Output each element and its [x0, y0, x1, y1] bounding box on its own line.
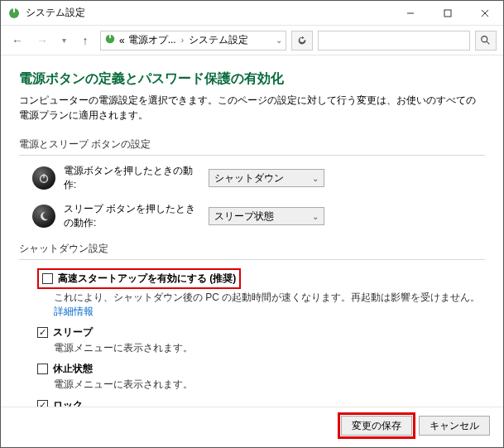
svg-rect-3 [444, 10, 451, 17]
close-button[interactable] [466, 1, 503, 26]
recent-dropdown[interactable]: ▾ [57, 31, 70, 51]
chevron-down-icon: ⌄ [312, 212, 319, 221]
hibernate-option-label: 休止状態 [53, 362, 93, 376]
title-bar: システム設定 [1, 1, 503, 26]
sleep-option-label: スリープ [53, 325, 93, 340]
sleep-option-desc: 電源メニューに表示されます。 [37, 341, 485, 355]
svg-rect-1 [13, 8, 15, 12]
fast-startup-moreinfo-link[interactable]: 詳細情報 [54, 306, 94, 317]
highlight-fast-startup: 高速スタートアップを有効にする (推奨) [37, 268, 241, 289]
sleep-checkbox[interactable] [37, 327, 48, 338]
search-button[interactable] [475, 31, 497, 51]
forward-button[interactable]: → [32, 31, 52, 51]
hibernate-checkbox[interactable] [37, 364, 48, 374]
address-bar: ← → ▾ ↑ « 電源オプ... › システム設定 ⌄ [1, 26, 503, 55]
svg-rect-7 [109, 35, 111, 38]
search-input[interactable] [318, 31, 470, 51]
hibernate-option: 休止状態 電源メニューに表示されます。 [19, 362, 485, 392]
app-icon [7, 7, 21, 20]
breadcrumb-part1[interactable]: 電源オプ... [128, 33, 176, 47]
breadcrumb-pre: « [119, 35, 125, 46]
power-button-select-value: シャットダウン [214, 171, 284, 185]
up-button[interactable]: ↑ [75, 31, 95, 51]
content-area: 電源ボタンの定義とパスワード保護の有効化 コンピューターの電源設定を選択できます… [1, 55, 503, 407]
fast-startup-checkbox[interactable] [42, 273, 53, 284]
breadcrumb-part2[interactable]: システム設定 [189, 33, 248, 47]
refresh-button[interactable] [291, 31, 313, 51]
sleep-button-select-value: スリープ状態 [214, 210, 274, 224]
svg-line-9 [487, 41, 490, 44]
breadcrumb[interactable]: « 電源オプ... › システム設定 ⌄ [100, 31, 286, 51]
sleep-button-action-row: スリープ ボタンを押したときの動作: スリープ状態 ⌄ [19, 202, 485, 230]
fast-startup-desc: これにより、シャットダウン後の PC の起動時間が速くなります。再起動は影響を受… [37, 291, 485, 319]
fast-startup-label: 高速スタートアップを有効にする (推奨) [58, 272, 236, 286]
app-icon-small [104, 33, 116, 47]
section-shutdown-label: シャットダウン設定 [19, 242, 485, 256]
fast-startup-option: 高速スタートアップを有効にする (推奨) これにより、シャットダウン後の PC … [19, 268, 485, 319]
sleep-button-select[interactable]: スリープ状態 ⌄ [209, 207, 324, 225]
page-description: コンピューターの電源設定を選択できます。このページの設定に対して行う変更は、お使… [19, 93, 485, 123]
power-button-label: 電源ボタンを押したときの動作: [64, 164, 200, 192]
section-power-buttons: 電源ボタンを押したときの動作: シャットダウン ⌄ スリープ ボタンを押したとき… [19, 155, 485, 230]
window-title: システム設定 [26, 6, 391, 20]
lock-checkbox[interactable] [37, 400, 48, 407]
lock-option-label: ロック [53, 398, 83, 407]
page-heading: 電源ボタンの定義とパスワード保護の有効化 [19, 70, 485, 88]
hibernate-option-desc: 電源メニューに表示されます。 [37, 378, 485, 392]
cancel-button[interactable]: キャンセル [419, 416, 490, 436]
minimize-button[interactable] [391, 1, 429, 26]
sleep-option: スリープ 電源メニューに表示されます。 [19, 325, 485, 355]
sleep-button-label: スリープ ボタンを押したときの動作: [64, 202, 200, 230]
chevron-right-icon: › [180, 36, 185, 45]
power-icon [32, 166, 55, 190]
section-power-buttons-label: 電源とスリープ ボタンの設定 [19, 137, 485, 152]
sleep-icon [32, 205, 55, 228]
back-button[interactable]: ← [7, 31, 27, 51]
chevron-down-icon: ⌄ [312, 174, 319, 183]
svg-point-8 [482, 36, 487, 41]
lock-option: ロック アカウントの画像メニューに表示されます。 [19, 398, 485, 407]
power-button-select[interactable]: シャットダウン ⌄ [209, 169, 324, 187]
section-shutdown: 高速スタートアップを有効にする (推奨) これにより、シャットダウン後の PC … [19, 259, 485, 407]
chevron-down-icon[interactable]: ⌄ [276, 36, 282, 45]
maximize-button[interactable] [429, 1, 466, 26]
footer: 変更の保存 キャンセル [1, 407, 503, 447]
save-button[interactable]: 変更の保存 [341, 416, 412, 436]
power-button-action-row: 電源ボタンを押したときの動作: シャットダウン ⌄ [19, 164, 485, 192]
